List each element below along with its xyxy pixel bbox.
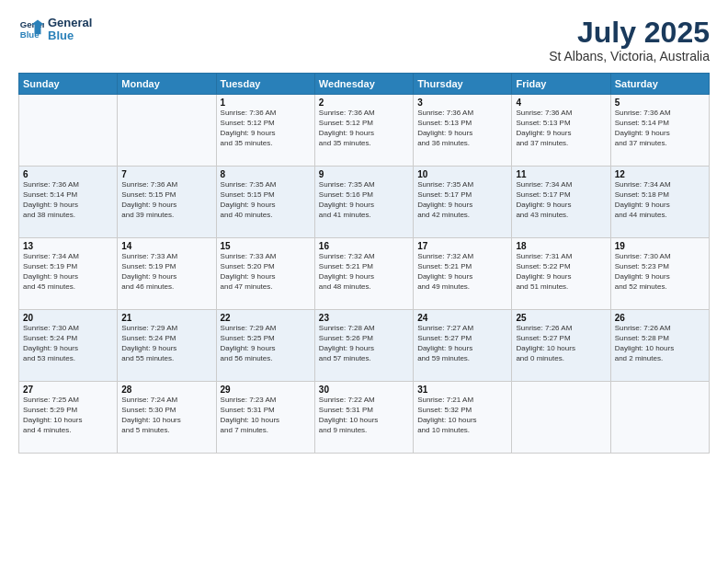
day-number: 29 <box>221 385 311 395</box>
list-item: 21Sunrise: 7:29 AM Sunset: 5:24 PM Dayli… <box>118 310 216 382</box>
day-number: 27 <box>23 385 113 395</box>
list-item <box>19 95 118 167</box>
list-item: 29Sunrise: 7:23 AM Sunset: 5:31 PM Dayli… <box>216 382 314 454</box>
list-item: 23Sunrise: 7:28 AM Sunset: 5:26 PM Dayli… <box>314 310 413 382</box>
day-detail: Sunrise: 7:36 AM Sunset: 5:13 PM Dayligh… <box>516 109 606 148</box>
day-detail: Sunrise: 7:34 AM Sunset: 5:17 PM Dayligh… <box>516 180 606 220</box>
day-detail: Sunrise: 7:26 AM Sunset: 5:27 PM Dayligh… <box>516 324 606 363</box>
list-item: 14Sunrise: 7:33 AM Sunset: 5:19 PM Dayli… <box>118 238 216 310</box>
day-detail: Sunrise: 7:36 AM Sunset: 5:14 PM Dayligh… <box>23 180 113 220</box>
calendar-header-row: Sunday Monday Tuesday Wednesday Thursday… <box>19 74 710 95</box>
col-thursday: Thursday <box>414 74 512 95</box>
list-item: 20Sunrise: 7:30 AM Sunset: 5:24 PM Dayli… <box>19 310 118 382</box>
day-detail: Sunrise: 7:35 AM Sunset: 5:16 PM Dayligh… <box>319 180 409 220</box>
day-number: 8 <box>221 169 311 179</box>
list-item <box>512 382 610 454</box>
list-item: 12Sunrise: 7:34 AM Sunset: 5:18 PM Dayli… <box>610 167 709 238</box>
list-item: 8Sunrise: 7:35 AM Sunset: 5:15 PM Daylig… <box>216 167 314 238</box>
day-detail: Sunrise: 7:36 AM Sunset: 5:12 PM Dayligh… <box>221 109 311 148</box>
day-number: 16 <box>319 241 409 251</box>
calendar-title: July 2025 <box>549 17 710 49</box>
list-item: 15Sunrise: 7:33 AM Sunset: 5:20 PM Dayli… <box>216 238 314 310</box>
list-item: 28Sunrise: 7:24 AM Sunset: 5:30 PM Dayli… <box>118 382 216 454</box>
day-detail: Sunrise: 7:35 AM Sunset: 5:17 PM Dayligh… <box>417 180 507 220</box>
day-detail: Sunrise: 7:21 AM Sunset: 5:32 PM Dayligh… <box>417 396 507 435</box>
list-item: 4Sunrise: 7:36 AM Sunset: 5:13 PM Daylig… <box>512 95 610 167</box>
list-item: 27Sunrise: 7:25 AM Sunset: 5:29 PM Dayli… <box>19 382 118 454</box>
day-detail: Sunrise: 7:36 AM Sunset: 5:12 PM Dayligh… <box>319 109 409 148</box>
day-detail: Sunrise: 7:26 AM Sunset: 5:28 PM Dayligh… <box>615 324 705 363</box>
list-item: 10Sunrise: 7:35 AM Sunset: 5:17 PM Dayli… <box>414 167 512 238</box>
day-number: 30 <box>319 385 409 395</box>
list-item: 9Sunrise: 7:35 AM Sunset: 5:16 PM Daylig… <box>314 167 413 238</box>
day-detail: Sunrise: 7:35 AM Sunset: 5:15 PM Dayligh… <box>221 180 311 220</box>
title-block: July 2025 St Albans, Victoria, Australia <box>549 17 710 63</box>
list-item <box>118 95 216 167</box>
day-detail: Sunrise: 7:27 AM Sunset: 5:27 PM Dayligh… <box>417 324 507 363</box>
day-detail: Sunrise: 7:34 AM Sunset: 5:19 PM Dayligh… <box>23 252 113 292</box>
day-number: 26 <box>615 313 705 323</box>
day-detail: Sunrise: 7:30 AM Sunset: 5:24 PM Dayligh… <box>23 324 113 363</box>
day-number: 23 <box>319 313 409 323</box>
day-number: 28 <box>121 385 211 395</box>
list-item: 19Sunrise: 7:30 AM Sunset: 5:23 PM Dayli… <box>610 238 709 310</box>
header: General Blue General Blue July 2025 St A… <box>18 17 710 63</box>
day-number: 1 <box>221 98 311 108</box>
day-number: 25 <box>516 313 606 323</box>
list-item: 7Sunrise: 7:36 AM Sunset: 5:15 PM Daylig… <box>118 167 216 238</box>
list-item: 31Sunrise: 7:21 AM Sunset: 5:32 PM Dayli… <box>414 382 512 454</box>
day-number: 13 <box>23 241 113 251</box>
day-number: 18 <box>516 241 606 251</box>
list-item: 5Sunrise: 7:36 AM Sunset: 5:14 PM Daylig… <box>610 95 709 167</box>
table-row: 1Sunrise: 7:36 AM Sunset: 5:12 PM Daylig… <box>19 95 710 167</box>
day-number: 22 <box>221 313 311 323</box>
day-detail: Sunrise: 7:23 AM Sunset: 5:31 PM Dayligh… <box>221 396 311 435</box>
day-detail: Sunrise: 7:29 AM Sunset: 5:25 PM Dayligh… <box>221 324 311 363</box>
logo-text-general: General <box>48 17 92 29</box>
day-number: 11 <box>516 169 606 179</box>
day-detail: Sunrise: 7:25 AM Sunset: 5:29 PM Dayligh… <box>23 396 113 435</box>
calendar-table: Sunday Monday Tuesday Wednesday Thursday… <box>18 73 710 454</box>
list-item: 26Sunrise: 7:26 AM Sunset: 5:28 PM Dayli… <box>610 310 709 382</box>
list-item: 1Sunrise: 7:36 AM Sunset: 5:12 PM Daylig… <box>216 95 314 167</box>
table-row: 13Sunrise: 7:34 AM Sunset: 5:19 PM Dayli… <box>19 238 710 310</box>
list-item: 18Sunrise: 7:31 AM Sunset: 5:22 PM Dayli… <box>512 238 610 310</box>
list-item: 6Sunrise: 7:36 AM Sunset: 5:14 PM Daylig… <box>19 167 118 238</box>
day-number: 7 <box>121 169 211 179</box>
day-detail: Sunrise: 7:31 AM Sunset: 5:22 PM Dayligh… <box>516 252 606 292</box>
day-detail: Sunrise: 7:36 AM Sunset: 5:15 PM Dayligh… <box>121 180 211 220</box>
day-number: 15 <box>221 241 311 251</box>
list-item: 13Sunrise: 7:34 AM Sunset: 5:19 PM Dayli… <box>19 238 118 310</box>
table-row: 20Sunrise: 7:30 AM Sunset: 5:24 PM Dayli… <box>19 310 710 382</box>
col-saturday: Saturday <box>610 74 709 95</box>
table-row: 27Sunrise: 7:25 AM Sunset: 5:29 PM Dayli… <box>19 382 710 454</box>
page: General Blue General Blue July 2025 St A… <box>0 0 728 563</box>
col-wednesday: Wednesday <box>314 74 413 95</box>
logo-icon: General Blue <box>18 17 44 42</box>
day-number: 9 <box>319 169 409 179</box>
day-number: 6 <box>23 169 113 179</box>
list-item: 24Sunrise: 7:27 AM Sunset: 5:27 PM Dayli… <box>414 310 512 382</box>
list-item: 16Sunrise: 7:32 AM Sunset: 5:21 PM Dayli… <box>314 238 413 310</box>
day-detail: Sunrise: 7:33 AM Sunset: 5:20 PM Dayligh… <box>221 252 311 292</box>
day-detail: Sunrise: 7:33 AM Sunset: 5:19 PM Dayligh… <box>121 252 211 292</box>
day-number: 3 <box>417 98 507 108</box>
day-number: 4 <box>516 98 606 108</box>
list-item: 2Sunrise: 7:36 AM Sunset: 5:12 PM Daylig… <box>314 95 413 167</box>
day-detail: Sunrise: 7:36 AM Sunset: 5:13 PM Dayligh… <box>417 109 507 148</box>
list-item: 17Sunrise: 7:32 AM Sunset: 5:21 PM Dayli… <box>414 238 512 310</box>
col-friday: Friday <box>512 74 610 95</box>
calendar-subtitle: St Albans, Victoria, Australia <box>549 49 710 63</box>
day-number: 10 <box>417 169 507 179</box>
day-number: 17 <box>417 241 507 251</box>
table-row: 6Sunrise: 7:36 AM Sunset: 5:14 PM Daylig… <box>19 167 710 238</box>
day-number: 14 <box>121 241 211 251</box>
list-item: 11Sunrise: 7:34 AM Sunset: 5:17 PM Dayli… <box>512 167 610 238</box>
day-detail: Sunrise: 7:36 AM Sunset: 5:14 PM Dayligh… <box>615 109 705 148</box>
list-item: 22Sunrise: 7:29 AM Sunset: 5:25 PM Dayli… <box>216 310 314 382</box>
logo-text-blue: Blue <box>48 29 92 42</box>
col-tuesday: Tuesday <box>216 74 314 95</box>
day-number: 31 <box>417 385 507 395</box>
list-item <box>610 382 709 454</box>
day-detail: Sunrise: 7:29 AM Sunset: 5:24 PM Dayligh… <box>121 324 211 363</box>
